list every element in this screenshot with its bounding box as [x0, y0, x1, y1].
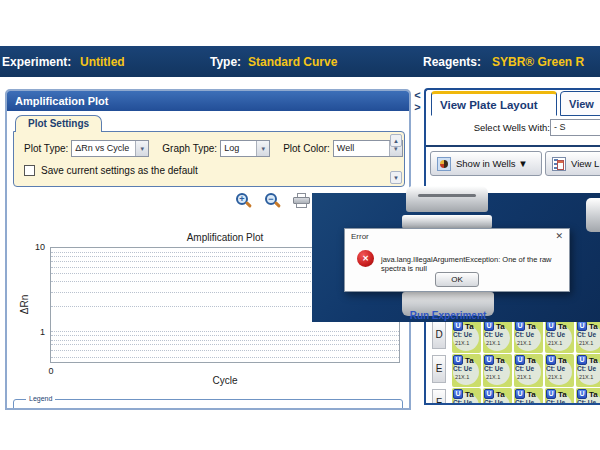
instrument-tray-graphic — [406, 186, 488, 212]
well-ct: Ct: Ue — [545, 365, 574, 373]
well-target: Ta — [496, 390, 505, 399]
plate-well[interactable]: UTaCt: Ue21X.1 — [514, 354, 543, 387]
well-top-text: 21X.1 — [514, 339, 543, 347]
scroll-up-icon[interactable]: ▲ — [390, 134, 402, 147]
type-value: Standard Curve — [248, 55, 337, 69]
well-top-text: 21X.1 — [483, 373, 512, 381]
show-in-wells-button[interactable]: Show in Wells ▼ — [430, 151, 542, 176]
plate-row: EUTaCt: Ue21X.1UTaCt: Ue21X.1UTaCt: Ue21… — [430, 354, 600, 388]
app-root: Experiment: Untitled Type: Standard Curv… — [0, 0, 600, 450]
scroll-down-icon[interactable]: ▼ — [390, 171, 402, 184]
tab-plot-settings[interactable]: Plot Settings — [15, 115, 102, 132]
zoom-in-icon[interactable]: + — [235, 193, 252, 210]
well-row: UTaCt: Ue21X.1UTaCt: Ue21X.1UTaCt: Ue21X… — [452, 320, 600, 353]
plate-well[interactable]: UTaCt: Ue21X.1 — [514, 388, 543, 405]
well-top-text: 21X.1 — [576, 373, 600, 381]
print-icon[interactable] — [293, 193, 310, 209]
ok-button[interactable]: OK — [435, 272, 479, 287]
plate-toolbar: Show in Wells ▼ View L — [426, 145, 600, 177]
plate-well[interactable]: UTaCt: Ue21X.1 — [576, 354, 600, 387]
graph-type-label: Graph Type: — [162, 143, 217, 154]
plate-well[interactable]: UTaCt: Ue21X.1 — [483, 354, 512, 387]
well-target: Ta — [558, 356, 567, 365]
well-ct: Ct: Ue — [483, 365, 512, 373]
close-icon[interactable]: ✕ — [555, 231, 563, 241]
settings-scrollbar[interactable]: ▲ ▼ — [389, 133, 403, 185]
well-ct: Ct: Ue — [576, 365, 600, 373]
graph-type-select[interactable]: Log ▾ — [220, 140, 270, 157]
task-unknown-icon: U — [484, 321, 494, 331]
error-icon: ✕ — [357, 250, 374, 267]
well-top-text: 21X.1 — [483, 339, 512, 347]
well-ct: Ct: Ue — [576, 331, 600, 339]
view-legend-icon — [552, 157, 566, 171]
graph-type-value: Log — [224, 143, 239, 153]
experiment-header-bar: Experiment: Untitled Type: Standard Curv… — [0, 46, 600, 77]
y-tick-label: 1 — [40, 327, 45, 337]
plate-well[interactable]: UTaCt: Ue21X.1 — [545, 388, 574, 405]
well-top-text: 21X.1 — [452, 339, 481, 347]
plate-well[interactable]: UTaCt: Ue21X.1 — [452, 354, 481, 387]
plate-well[interactable]: UTaCt: Ue21X.1 — [576, 388, 600, 405]
show-in-wells-label: Show in Wells ▼ — [456, 158, 528, 169]
well-target: Ta — [558, 322, 567, 331]
well-ct: Ct: Ue — [483, 399, 512, 405]
save-default-checkbox[interactable] — [24, 165, 35, 176]
task-unknown-icon: U — [453, 355, 463, 365]
panel-title: Amplification Plot — [7, 91, 409, 111]
plot-type-select[interactable]: ΔRn vs Cycle ▾ — [71, 140, 149, 157]
reagents-value: SYBR® Green R — [492, 55, 584, 69]
task-unknown-icon: U — [546, 389, 556, 399]
error-dialog: Error ✕ ✕ java.lang.IllegalArgumentExcep… — [344, 228, 570, 292]
gridline — [51, 335, 399, 336]
color-pie-icon — [440, 160, 448, 168]
legend-icon-doc — [557, 160, 564, 170]
zoom-out-icon[interactable]: − — [264, 193, 281, 210]
y-axis-ticks: 101 — [29, 247, 47, 363]
collapse-right-icon[interactable]: > — [411, 101, 424, 113]
task-unknown-icon: U — [577, 389, 587, 399]
well-top-text: 21X.1 — [545, 339, 574, 347]
task-unknown-icon: U — [577, 355, 587, 365]
view-legend-button[interactable]: View L — [545, 151, 600, 176]
plot-type-value: ΔRn vs Cycle — [75, 143, 129, 153]
run-experiment-clip: Run Experiment — [400, 310, 496, 322]
row-label-E: E — [432, 355, 446, 383]
plate-well[interactable]: UTaCt: Ue21X.1 — [576, 320, 600, 353]
well-ct: Ct: Ue — [452, 331, 481, 339]
well-ct: Ct: Ue — [576, 399, 600, 405]
chevron-down-icon: ▾ — [135, 141, 148, 156]
task-unknown-icon: U — [453, 321, 463, 331]
reagents-label: Reagents: — [423, 55, 481, 69]
select-wells-dropdown[interactable]: - S — [550, 119, 600, 136]
plate-well[interactable]: UTaCt: Ue21X.1 — [452, 388, 481, 405]
plot-color-value: Well — [337, 143, 354, 153]
run-experiment-button[interactable]: Run Experiment — [400, 310, 496, 321]
task-unknown-icon: U — [484, 389, 494, 399]
select-wells-label: Select Wells With: — [474, 122, 550, 133]
well-row: UTaCt: Ue21X.1UTaCt: Ue21X.1UTaCt: Ue21X… — [452, 354, 600, 387]
tab-view-plate-layout[interactable]: View Plate Layout — [431, 91, 557, 116]
well-target: Ta — [589, 322, 598, 331]
x-axis-label: Cycle — [50, 375, 400, 386]
plate-well[interactable]: UTaCt: Ue21X.1 — [545, 320, 574, 353]
plate-well[interactable]: UTaCt: Ue21X.1 — [514, 320, 543, 353]
well-ct: Ct: Ue — [545, 331, 574, 339]
y-tick-label: 10 — [35, 242, 45, 252]
well-top-text: 21X.1 — [452, 373, 481, 381]
plate-well[interactable]: UTaCt: Ue21X.1 — [483, 320, 512, 353]
plate-well[interactable]: UTaCt: Ue21X.1 — [545, 354, 574, 387]
plate-grid: DUTaCt: Ue21X.1UTaCt: Ue21X.1UTaCt: Ue21… — [430, 320, 600, 405]
plot-color-label: Plot Color: — [283, 143, 330, 154]
task-unknown-icon: U — [546, 321, 556, 331]
dialog-title: Error — [351, 232, 369, 241]
plate-well[interactable]: UTaCt: Ue21X.1 — [483, 388, 512, 405]
tab-view-well-table[interactable]: View — [560, 91, 600, 116]
well-target: Ta — [527, 356, 536, 365]
well-ct: Ct: Ue — [483, 331, 512, 339]
legend-fieldset: Legend — [13, 399, 403, 410]
collapse-left-icon[interactable]: < — [411, 89, 424, 101]
instrument-slot — [418, 194, 475, 197]
well-top-text: 21X.1 — [545, 373, 574, 381]
plate-well[interactable]: UTaCt: Ue21X.1 — [452, 320, 481, 353]
